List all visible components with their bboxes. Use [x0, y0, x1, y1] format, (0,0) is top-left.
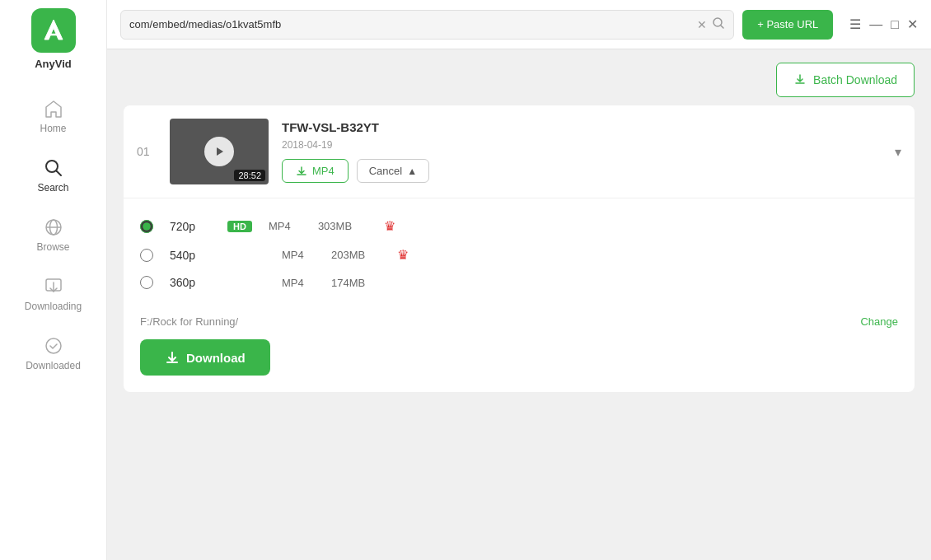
- topbar: com/embed/medias/o1kvat5mfb ✕ + Paste UR…: [107, 0, 931, 49]
- svg-marker-10: [217, 147, 223, 156]
- url-input-wrap: com/embed/medias/o1kvat5mfb ✕: [120, 10, 734, 40]
- paste-url-button[interactable]: + Paste URL: [742, 10, 833, 40]
- download-small-icon: [296, 166, 307, 177]
- url-search-button[interactable]: [712, 16, 725, 33]
- sidebar: AnyVid Home Search Browse Downloading: [0, 0, 107, 560]
- downloaded-label: Downloaded: [26, 360, 81, 371]
- change-link[interactable]: Change: [860, 315, 898, 328]
- cancel-label: Cancel: [369, 165, 402, 177]
- mp4-button[interactable]: MP4: [282, 159, 349, 183]
- video-card: 01 28:52 TFW-VSL-B32YT 2018-04-19: [124, 105, 915, 392]
- video-header: 01 28:52 TFW-VSL-B32YT 2018-04-19: [124, 105, 915, 198]
- hd-badge: HD: [227, 221, 252, 232]
- app-logo: [31, 8, 76, 53]
- size-720p: 303MB: [318, 220, 367, 232]
- video-actions: MP4 Cancel ▲: [282, 159, 882, 183]
- main-area: com/embed/medias/o1kvat5mfb ✕ + Paste UR…: [107, 0, 931, 560]
- url-display: com/embed/medias/o1kvat5mfb: [129, 18, 692, 30]
- batch-download-icon: [793, 73, 807, 86]
- svg-line-1: [56, 171, 61, 176]
- batch-download-button[interactable]: Batch Download: [776, 63, 915, 97]
- batch-download-label: Batch Download: [813, 73, 897, 86]
- downloading-icon: [43, 276, 64, 297]
- quality-label-360p: 360p: [170, 276, 211, 289]
- logo-area: AnyVid: [31, 8, 76, 70]
- format-360p: MP4: [282, 277, 315, 289]
- expand-icon[interactable]: ▾: [895, 144, 901, 160]
- save-path-text: F:/Rock for Running/: [140, 315, 238, 328]
- app-name: AnyVid: [35, 58, 72, 70]
- size-540p: 203MB: [331, 249, 381, 261]
- svg-point-7: [46, 338, 61, 353]
- download-icon: [165, 350, 180, 365]
- close-button[interactable]: ✕: [907, 18, 918, 31]
- quality-radio-540p[interactable]: [140, 249, 153, 262]
- quality-label-540p: 540p: [170, 249, 211, 262]
- sidebar-item-downloading[interactable]: Downloading: [0, 264, 106, 324]
- browse-label: Browse: [36, 241, 69, 253]
- video-duration: 28:52: [234, 170, 265, 181]
- format-720p: MP4: [269, 220, 302, 232]
- sidebar-item-browse[interactable]: Browse: [0, 205, 106, 264]
- download-button[interactable]: Download: [140, 339, 270, 376]
- quality-row-540p: 540p MP4 203MB ♛: [140, 240, 898, 269]
- search-icon: [43, 157, 64, 179]
- home-icon: [43, 98, 64, 119]
- browse-icon: [43, 217, 64, 238]
- svg-line-9: [721, 26, 723, 28]
- quality-options: 720p HD MP4 303MB ♛ 540p MP4 203MB ♛: [124, 198, 915, 309]
- sidebar-item-downloaded[interactable]: Downloaded: [0, 324, 106, 383]
- maximize-button[interactable]: □: [891, 18, 899, 31]
- minimize-button[interactable]: —: [869, 18, 882, 31]
- video-info: TFW-VSL-B32YT 2018-04-19 MP4 Cancel: [282, 120, 882, 183]
- size-360p: 174MB: [331, 277, 381, 289]
- downloading-label: Downloading: [25, 301, 82, 312]
- url-clear-button[interactable]: ✕: [697, 19, 707, 30]
- sidebar-item-home[interactable]: Home: [0, 86, 106, 146]
- download-button-wrap: Download: [124, 339, 915, 392]
- sidebar-item-search[interactable]: Search: [0, 146, 106, 205]
- chevron-up-icon: ▲: [407, 166, 417, 177]
- quality-radio-720p[interactable]: [140, 220, 153, 233]
- premium-icon-720p: ♛: [384, 218, 395, 234]
- quality-radio-360p[interactable]: [140, 276, 153, 289]
- quality-row-720p: 720p HD MP4 303MB ♛: [140, 212, 898, 240]
- home-label: Home: [40, 123, 66, 134]
- save-path-row: F:/Rock for Running/ Change: [124, 309, 915, 339]
- video-number: 01: [137, 145, 157, 158]
- search-label: Search: [37, 182, 68, 194]
- cancel-button[interactable]: Cancel ▲: [357, 159, 429, 183]
- video-title: TFW-VSL-B32YT: [282, 120, 882, 134]
- premium-icon-540p: ♛: [397, 247, 409, 263]
- content-area: 01 28:52 TFW-VSL-B32YT 2018-04-19: [107, 105, 931, 560]
- batch-area: Batch Download: [107, 49, 931, 105]
- format-540p: MP4: [282, 249, 315, 261]
- menu-button[interactable]: ☰: [849, 18, 861, 31]
- video-date: 2018-04-19: [282, 139, 882, 151]
- downloaded-icon: [43, 335, 64, 357]
- mp4-label: MP4: [312, 165, 335, 177]
- play-button[interactable]: [204, 137, 234, 166]
- video-thumbnail: 28:52: [170, 119, 269, 184]
- download-label: Download: [186, 351, 246, 365]
- quality-label-720p: 720p: [170, 220, 211, 233]
- window-controls: ☰ — □ ✕: [849, 18, 918, 31]
- quality-row-360p: 360p MP4 174MB: [140, 269, 898, 296]
